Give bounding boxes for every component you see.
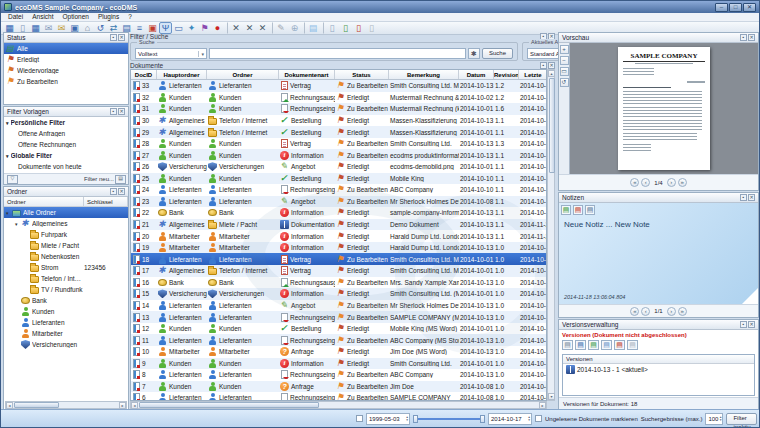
- scroll-right-icon[interactable]: ▸: [119, 402, 126, 409]
- close-panel-icon[interactable]: ✕: [748, 321, 755, 328]
- version-delete-icon[interactable]: ▤: [614, 340, 625, 350]
- filter-template-item[interactable]: Offene Rechnungen: [4, 139, 128, 150]
- date-filter-checkbox[interactable]: [356, 415, 363, 422]
- date-from-field[interactable]: 1999-05-03 ▴▾: [366, 413, 410, 425]
- float-panel-icon[interactable]: ▪: [110, 108, 117, 115]
- first-note-icon[interactable]: «: [630, 307, 639, 316]
- scroll-thumb[interactable]: [14, 402, 59, 408]
- prev-note-icon[interactable]: ‹: [641, 307, 650, 316]
- table-row[interactable]: 16 Bank Bank Rechnungsausgang Zu Bearbei…: [131, 277, 546, 289]
- folder-tree-item[interactable]: Mitarbeiter: [4, 328, 128, 339]
- table-row[interactable]: 10 Mitarbeiter Mitarbeiter Anfrage Erled…: [131, 346, 546, 358]
- scroll-down-icon[interactable]: ▾: [548, 393, 555, 400]
- table-row[interactable]: 24 Lieferanten Lieferanten Rechnungseing…: [131, 184, 546, 196]
- minimize-button[interactable]: –: [715, 3, 728, 12]
- prev-page-icon[interactable]: ‹: [641, 178, 650, 187]
- maximize-button[interactable]: □: [729, 3, 742, 12]
- folder-tree-item[interactable]: Versicherungen: [4, 339, 128, 350]
- table-row[interactable]: 25 Kunden Kunden Bestellung Erledigt Mob…: [131, 173, 546, 185]
- table-row[interactable]: 7 Kunden Kunden Anfrage Zu Bearbeiten Ji…: [131, 381, 546, 393]
- last-note-icon[interactable]: »: [678, 307, 687, 316]
- header-docid[interactable]: DocID: [131, 70, 157, 79]
- filter-template-item[interactable]: Dokumente von heute: [4, 161, 128, 172]
- close-panel-icon[interactable]: ✕: [748, 34, 755, 41]
- filter-template-item[interactable]: Persönliche Filter: [4, 117, 128, 128]
- folder-tree-item[interactable]: Telefon / Internet: [4, 273, 128, 284]
- folder-column-key[interactable]: Schlüssel: [84, 197, 128, 206]
- header-hauptordner[interactable]: Hauptordner: [157, 70, 207, 79]
- table-row[interactable]: 17 Allgemeines Telefon / Internet Vertra…: [131, 265, 546, 277]
- table-row[interactable]: 14 Lieferanten Lieferanten Angebot Zu Be…: [131, 300, 546, 312]
- table-row[interactable]: 20 Mitarbeiter Mitarbeiter Information E…: [131, 230, 546, 242]
- sticky-note[interactable]: ▤▤▤ Neue Notiz ... New Note 2014-11-18 1…: [559, 203, 758, 304]
- table-row[interactable]: 26 Versicherungen Versicherungen Angebot…: [131, 161, 546, 173]
- table-row[interactable]: 29 Allgemeines Telefon / Internet Bestel…: [131, 126, 546, 138]
- unread-checkbox[interactable]: [535, 415, 542, 422]
- close-panel-icon[interactable]: ✕: [118, 34, 125, 41]
- close-panel-icon[interactable]: ✕: [118, 188, 125, 195]
- scroll-left-icon[interactable]: ◂: [6, 402, 13, 409]
- header-status[interactable]: Status: [335, 70, 389, 79]
- table-vscrollbar[interactable]: ▴ ▾: [547, 69, 555, 401]
- fit-width-icon[interactable]: ▭: [560, 67, 569, 76]
- version-item[interactable]: 2014-10-13 - 1 <aktuell>: [563, 364, 754, 375]
- next-note-icon[interactable]: ›: [667, 307, 676, 316]
- float-panel-icon[interactable]: ▪: [740, 321, 747, 328]
- status-filter-item[interactable]: Alle: [4, 43, 128, 54]
- last-page-icon[interactable]: »: [678, 178, 687, 187]
- zoom-in-icon[interactable]: +: [560, 45, 569, 54]
- header-dokumentenart[interactable]: Dokumentenart: [279, 70, 335, 79]
- slider-handle-left[interactable]: [413, 415, 418, 423]
- results-spinbox[interactable]: 100 ▴▾: [705, 413, 723, 425]
- filter-template-item[interactable]: Offene Anfragen: [4, 128, 128, 139]
- table-row[interactable]: 32 Kunden Kunden Rechnungsausgang Erledi…: [131, 92, 546, 104]
- status-filter-item[interactable]: Zu Bearbeiten: [4, 76, 128, 87]
- table-row[interactable]: 8 Lieferanten Lieferanten Rechnungseinga…: [131, 369, 546, 381]
- slider-handle-right[interactable]: [480, 415, 485, 423]
- folder-tree-item[interactable]: Bank: [4, 295, 128, 306]
- table-hscrollbar[interactable]: ◂ ▸: [130, 401, 547, 409]
- close-panel-icon[interactable]: ✕: [748, 194, 755, 201]
- scroll-up-icon[interactable]: ▴: [548, 70, 555, 77]
- table-row[interactable]: 30 Allgemeines Telefon / Internet Bestel…: [131, 115, 546, 127]
- scroll-left-icon[interactable]: ◂: [131, 402, 138, 409]
- header-ordner[interactable]: Ordner: [207, 70, 279, 79]
- float-panel-icon[interactable]: ▪: [740, 194, 747, 201]
- version-open-icon[interactable]: ▤: [562, 340, 573, 350]
- float-panel-icon[interactable]: ▪: [110, 188, 117, 195]
- folder-tree-item[interactable]: Lieferanten: [4, 317, 128, 328]
- folders-hscrollbar[interactable]: ◂ ▸: [5, 401, 127, 409]
- menu-ansicht[interactable]: Ansicht: [28, 13, 57, 21]
- float-panel-icon[interactable]: ▪: [110, 34, 117, 41]
- table-row[interactable]: 12 Kunden Kunden Bestellung Erledigt Mob…: [131, 323, 546, 335]
- close-button[interactable]: ✕: [743, 3, 756, 12]
- status-filter-item[interactable]: Wiedervorlage: [4, 65, 128, 76]
- next-page-icon[interactable]: ›: [667, 178, 676, 187]
- close-panel-icon[interactable]: ✕: [118, 108, 125, 115]
- scroll-right-icon[interactable]: ▸: [539, 402, 546, 409]
- search-mode-select[interactable]: Volltext▾: [135, 48, 207, 59]
- header-revision[interactable]: Revision: [494, 70, 519, 79]
- new-filter-button[interactable]: ▤: [115, 175, 126, 184]
- float-panel-icon[interactable]: ▪: [540, 62, 547, 69]
- table-row[interactable]: 27 Kunden Kunden Information Zu Bearbeit…: [131, 149, 546, 161]
- table-row[interactable]: 22 Bank Bank Information Erledigt sample…: [131, 207, 546, 219]
- folder-tree-item[interactable]: Kunden: [4, 306, 128, 317]
- status-filter-item[interactable]: Erledigt: [4, 54, 128, 65]
- float-panel-icon[interactable]: ▪: [740, 34, 747, 41]
- version-export-icon[interactable]: ▤: [588, 340, 599, 350]
- table-row[interactable]: 19 Mitarbeiter Mitarbeiter Information E…: [131, 242, 546, 254]
- table-row[interactable]: 11 Lieferanten Lieferanten Rechnungseing…: [131, 334, 546, 346]
- search-settings-icon[interactable]: ✱: [468, 48, 480, 59]
- folder-tree-item[interactable]: ▾ Alle Ordner: [4, 207, 128, 218]
- version-copy-icon[interactable]: ▤: [601, 340, 612, 350]
- folder-tree-item[interactable]: ▾ Allgemeines: [4, 218, 128, 229]
- folder-tree-item[interactable]: TV / Rundfunk: [4, 284, 128, 295]
- table-row[interactable]: 21 Allgemeines Miete / Pacht Dokumentati…: [131, 219, 546, 231]
- filter-template-item[interactable]: Globale Filter: [4, 150, 128, 161]
- table-row[interactable]: 13 Lieferanten Lieferanten Rechnungseing…: [131, 311, 546, 323]
- folder-column-name[interactable]: Ordner: [4, 197, 84, 206]
- folder-tree-item[interactable]: Fuhrpark: [4, 229, 128, 240]
- first-page-icon[interactable]: «: [630, 178, 639, 187]
- table-row[interactable]: 9 Kunden Kunden Information Erledigt Smi…: [131, 358, 546, 370]
